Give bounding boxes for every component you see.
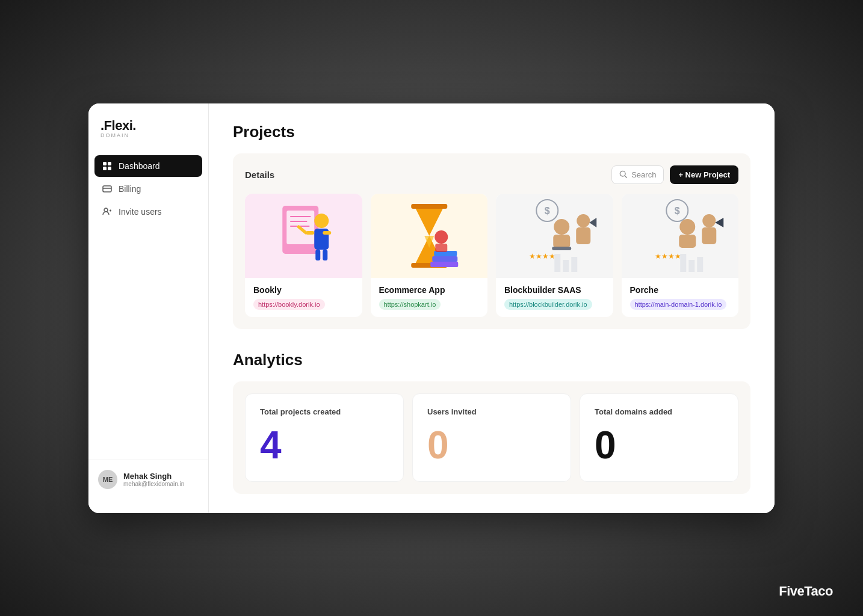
projects-title: Projects: [233, 123, 750, 141]
project-url-porche: https://main-domain-1.dorik.io: [630, 299, 727, 310]
svg-point-47: [679, 219, 695, 235]
svg-rect-30: [430, 262, 458, 267]
project-card-body-bookly: Bookly https://bookly.dorik.io: [245, 278, 362, 317]
svg-rect-52: [688, 260, 694, 272]
project-card-image-blockbuilder: $ ★★★★: [496, 194, 613, 278]
svg-point-31: [435, 230, 448, 244]
project-card-image-porche: $ ★★★★: [622, 194, 739, 278]
analytics-label-projects: Total projects created: [260, 407, 389, 416]
analytics-grid: Total projects created 4 Users invited 0…: [233, 381, 750, 494]
project-card-body-porche: Porche https://main-domain-1.dorik.io: [622, 278, 739, 317]
project-card-image-ecommerce: [371, 194, 488, 278]
svg-rect-3: [108, 167, 111, 170]
analytics-label-users: Users invited: [427, 407, 556, 416]
search-icon: [619, 170, 628, 179]
user-email: mehak@flexidomain.in: [123, 481, 199, 487]
logo-subtitle: DOMAIN: [101, 132, 196, 138]
svg-rect-38: [552, 247, 571, 250]
panel-controls: Search + New Project: [611, 165, 738, 184]
logo: .Flexi. DOMAIN: [88, 118, 208, 155]
billing-icon: [102, 183, 113, 194]
svg-rect-1: [108, 162, 111, 165]
project-name-ecommerce: Ecommerce App: [379, 285, 480, 295]
main-content: Projects Details Search + New Project: [209, 103, 775, 513]
project-url-bookly: https://bookly.dorik.io: [253, 299, 325, 310]
svg-rect-25: [411, 204, 447, 209]
project-card-bookly[interactable]: Bookly https://bookly.dorik.io: [245, 194, 362, 317]
invite-users-icon: [102, 206, 113, 217]
project-name-porche: Porche: [630, 285, 731, 295]
svg-rect-53: [697, 257, 703, 272]
svg-rect-42: [563, 260, 569, 272]
user-name: Mehak Singh: [123, 472, 199, 481]
svg-rect-2: [103, 167, 107, 170]
svg-rect-51: [680, 254, 686, 272]
svg-text:★★★★: ★★★★: [655, 252, 681, 260]
svg-rect-50: [702, 227, 716, 244]
analytics-label-domains: Total domains added: [595, 407, 723, 416]
fivetaco-branding: FiveTaco: [779, 584, 833, 599]
project-card-blockbuilder[interactable]: $ ★★★★: [496, 194, 613, 317]
analytics-value-projects: 4: [260, 426, 389, 464]
project-url-ecommerce: https://shopkart.io: [379, 299, 441, 310]
svg-line-10: [625, 176, 626, 177]
analytics-card-projects: Total projects created 4: [245, 393, 404, 482]
dashboard-icon: [102, 161, 113, 171]
panel-header: Details Search + New Project: [245, 165, 738, 184]
sidebar: .Flexi. DOMAIN Dashboard: [88, 103, 209, 513]
search-box[interactable]: Search: [611, 165, 664, 184]
svg-point-36: [554, 219, 569, 235]
svg-rect-37: [553, 235, 570, 248]
sidebar-item-dashboard[interactable]: Dashboard: [94, 155, 202, 177]
svg-rect-21: [323, 250, 327, 260]
svg-rect-32: [435, 244, 447, 252]
svg-point-49: [702, 214, 716, 227]
logo-text: .Flexi.: [101, 118, 196, 134]
projects-panel: Details Search + New Project: [233, 153, 750, 329]
billing-label: Billing: [119, 184, 141, 194]
svg-rect-4: [103, 186, 111, 192]
analytics-card-users: Users invited 0: [412, 393, 571, 482]
nav-menu: Dashboard Billing: [88, 155, 208, 460]
svg-text:$: $: [545, 206, 550, 216]
project-card-body-blockbuilder: Blockbuilder SAAS https://blockbuilder.d…: [496, 278, 613, 317]
project-card-ecommerce[interactable]: Ecommerce App https://shopkart.io: [371, 194, 488, 317]
svg-rect-19: [323, 231, 331, 235]
analytics-value-users: 0: [427, 426, 556, 464]
svg-rect-20: [315, 250, 320, 260]
search-label: Search: [631, 170, 656, 179]
analytics-card-domains: Total domains added 0: [580, 393, 738, 482]
project-card-image-bookly: [245, 194, 362, 278]
svg-rect-48: [679, 235, 696, 248]
project-url-blockbuilder: https://blockbuilder.dorik.io: [504, 299, 592, 310]
svg-rect-29: [432, 256, 457, 262]
svg-rect-0: [103, 162, 107, 165]
project-card-porche[interactable]: $ ★★★★: [622, 194, 739, 317]
dashboard-label: Dashboard: [119, 161, 160, 171]
user-section: ME Mehak Singh mehak@flexidomain.in: [88, 460, 208, 499]
sidebar-item-invite-users[interactable]: Invite users: [94, 201, 202, 223]
invite-users-label: Invite users: [119, 207, 162, 217]
analytics-title: Analytics: [233, 351, 750, 369]
project-name-bookly: Bookly: [253, 285, 354, 295]
project-card-body-ecommerce: Ecommerce App https://shopkart.io: [371, 278, 488, 317]
projects-grid: Bookly https://bookly.dorik.io: [245, 194, 738, 317]
avatar: ME: [98, 470, 117, 489]
svg-rect-41: [554, 254, 560, 272]
new-project-button[interactable]: + New Project: [670, 165, 738, 184]
svg-point-16: [314, 214, 329, 228]
svg-point-39: [577, 214, 590, 227]
svg-rect-43: [571, 257, 577, 272]
app-window: .Flexi. DOMAIN Dashboard: [88, 103, 775, 513]
project-name-blockbuilder: Blockbuilder SAAS: [504, 285, 605, 295]
sidebar-item-billing[interactable]: Billing: [94, 178, 202, 200]
analytics-value-domains: 0: [595, 426, 723, 464]
svg-text:★★★★: ★★★★: [529, 252, 555, 260]
svg-rect-40: [576, 227, 590, 244]
panel-title: Details: [245, 170, 274, 180]
svg-text:$: $: [674, 206, 679, 216]
svg-point-6: [104, 208, 108, 212]
user-info: Mehak Singh mehak@flexidomain.in: [123, 472, 199, 487]
